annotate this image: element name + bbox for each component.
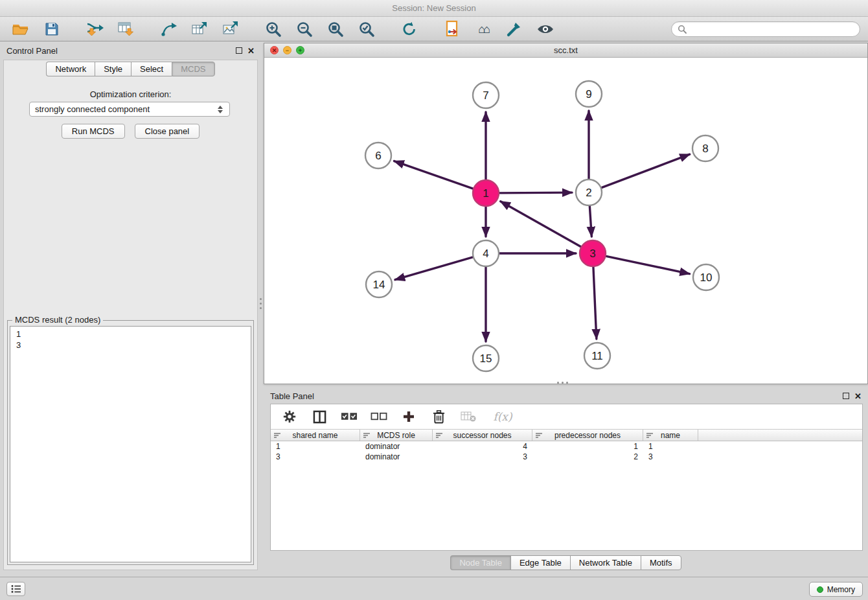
- edge-2-3[interactable]: [589, 206, 591, 237]
- graph-node-8[interactable]: 8: [692, 135, 718, 161]
- search-input[interactable]: [690, 24, 854, 34]
- close-window-icon[interactable]: ✕: [270, 46, 279, 54]
- graph-node-11[interactable]: 11: [584, 343, 610, 369]
- save-session-button[interactable]: [39, 19, 65, 40]
- delete-table-button[interactable]: [460, 408, 477, 425]
- edge-2-8[interactable]: [602, 154, 690, 187]
- table-cell[interactable]: 4: [433, 442, 532, 451]
- table-tab-edge-table[interactable]: Edge Table: [510, 555, 570, 570]
- window-titlebar[interactable]: Session: New Session: [0, 0, 868, 17]
- function-builder-button[interactable]: f(x): [490, 408, 516, 425]
- edge-4-14[interactable]: [395, 257, 473, 280]
- task-history-button[interactable]: [6, 582, 25, 596]
- horizontal-splitter-handle[interactable]: [557, 382, 573, 384]
- svg-text:4: 4: [483, 248, 488, 260]
- column-header-successor-nodes[interactable]: successor nodes: [433, 430, 532, 441]
- delete-column-button[interactable]: [430, 408, 447, 425]
- close-table-panel-icon[interactable]: ✕: [854, 392, 862, 400]
- control-tab-network[interactable]: Network: [46, 62, 95, 76]
- table-tab-network-table[interactable]: Network Table: [570, 555, 641, 570]
- table-cell[interactable]: 1: [643, 442, 698, 451]
- memory-button[interactable]: Memory: [809, 582, 863, 597]
- graph-node-4[interactable]: 4: [473, 240, 499, 266]
- import-table-button[interactable]: [113, 19, 139, 40]
- column-header-name[interactable]: name: [643, 430, 698, 441]
- show-hide-button[interactable]: [532, 19, 558, 40]
- table-body: 1dominator4113dominator323: [271, 441, 862, 462]
- table-tab-node-table[interactable]: Node Table: [450, 555, 510, 570]
- table-cell[interactable]: 2: [532, 452, 643, 461]
- table-cell[interactable]: 1: [271, 442, 360, 451]
- control-tab-mcds[interactable]: MCDS: [172, 62, 214, 76]
- export-table-button[interactable]: [187, 19, 212, 40]
- svg-text:10: 10: [700, 271, 713, 284]
- graph-node-9[interactable]: 9: [576, 81, 602, 107]
- vertical-splitter-handle[interactable]: [260, 298, 262, 312]
- table-cell[interactable]: 3: [271, 452, 360, 461]
- svg-text:6: 6: [375, 150, 381, 162]
- close-panel-button[interactable]: Close panel: [135, 124, 200, 139]
- edge-3-10[interactable]: [606, 256, 690, 273]
- import-network-button[interactable]: [82, 19, 108, 40]
- zoom-fit-button[interactable]: [323, 19, 348, 40]
- graph-node-6[interactable]: 6: [365, 143, 391, 168]
- network-canvas[interactable]: 7968124314101511: [264, 58, 867, 384]
- float-panel-icon[interactable]: [236, 47, 242, 54]
- graph-node-10[interactable]: 10: [693, 264, 719, 290]
- graph-node-7[interactable]: 7: [473, 82, 499, 108]
- zoom-in-button[interactable]: [260, 19, 286, 40]
- zoom-in-icon: [265, 21, 282, 38]
- show-columns-button[interactable]: [311, 408, 328, 425]
- sort-icon: [363, 432, 371, 439]
- table-cell[interactable]: dominator: [360, 442, 433, 451]
- edge-3-11[interactable]: [593, 267, 597, 339]
- open-session-button[interactable]: [8, 19, 34, 40]
- apply-style-button[interactable]: [501, 19, 527, 40]
- zoom-out-button[interactable]: [291, 19, 317, 40]
- table-settings-button[interactable]: [281, 408, 298, 425]
- search-box[interactable]: [671, 21, 860, 37]
- float-table-panel-icon[interactable]: [843, 393, 849, 399]
- edge-1-6[interactable]: [394, 161, 474, 189]
- table-cell[interactable]: 1: [532, 442, 643, 451]
- clone-network-icon: [444, 20, 461, 38]
- criterion-dropdown[interactable]: strongly connected component: [29, 102, 230, 117]
- mcds-result-list[interactable]: 13: [10, 326, 251, 562]
- new-network-button[interactable]: [155, 19, 181, 40]
- zoom-selected-button[interactable]: [354, 19, 380, 40]
- table-tab-motifs[interactable]: Motifs: [641, 555, 681, 570]
- network-view-window: ✕ − + scc.txt 7968124314101511: [264, 43, 868, 384]
- deselect-all-rows-button[interactable]: [371, 408, 387, 425]
- column-header-MCDS-role[interactable]: MCDS role: [360, 430, 433, 441]
- add-column-button[interactable]: [400, 408, 417, 425]
- table-row[interactable]: 1dominator411: [271, 441, 862, 452]
- refresh-view-button[interactable]: [396, 19, 422, 40]
- column-header-predecessor-nodes[interactable]: predecessor nodes: [532, 430, 643, 441]
- table-cell[interactable]: 3: [643, 452, 698, 461]
- column-header-shared-name[interactable]: shared name: [271, 430, 360, 441]
- table-cell[interactable]: 3: [433, 452, 532, 461]
- graph-node-14[interactable]: 14: [366, 271, 392, 297]
- table-row[interactable]: 3dominator323: [271, 452, 862, 462]
- network-graph[interactable]: 7968124314101511: [264, 58, 867, 384]
- run-mcds-button[interactable]: Run MCDS: [62, 124, 125, 139]
- first-neighbors-button[interactable]: ⌂⌂: [470, 19, 496, 40]
- graph-node-15[interactable]: 15: [473, 345, 499, 371]
- select-all-rows-button[interactable]: [341, 408, 358, 425]
- edge-3-1[interactable]: [501, 202, 581, 247]
- table-cell[interactable]: dominator: [360, 452, 433, 461]
- control-tab-select[interactable]: Select: [131, 62, 172, 76]
- clone-network-button[interactable]: [439, 19, 465, 40]
- network-window-titlebar[interactable]: ✕ − + scc.txt: [264, 43, 867, 58]
- minimize-window-icon[interactable]: −: [283, 46, 291, 54]
- edge-1-2[interactable]: [499, 192, 572, 193]
- graph-node-3[interactable]: 3: [580, 240, 606, 266]
- close-control-panel-icon[interactable]: ✕: [247, 47, 255, 55]
- control-tab-style[interactable]: Style: [95, 62, 131, 76]
- status-bar: Memory: [0, 577, 868, 600]
- graph-node-2[interactable]: 2: [576, 179, 602, 205]
- maximize-window-icon[interactable]: +: [296, 46, 304, 54]
- export-image-button[interactable]: [218, 19, 244, 40]
- network-window-title: scc.txt: [554, 45, 578, 55]
- graph-node-1[interactable]: 1: [473, 180, 499, 206]
